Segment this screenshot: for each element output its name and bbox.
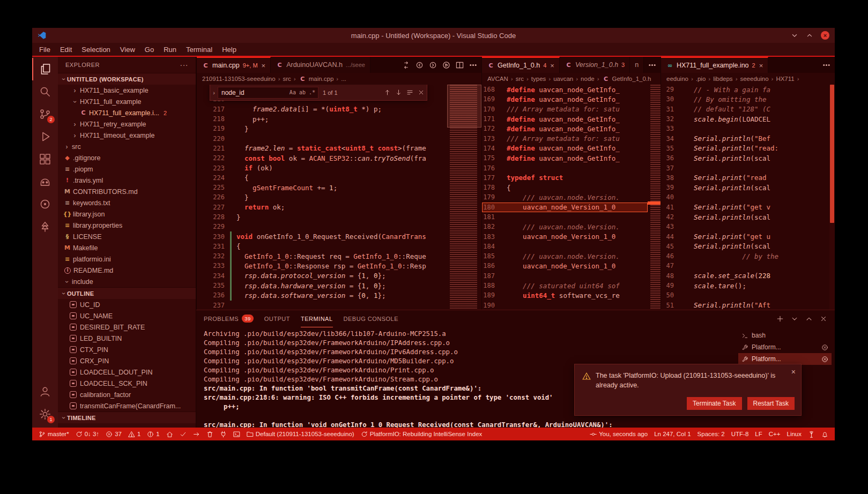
file-item[interactable]: ≡keywords.txt	[58, 197, 196, 208]
breadcrumb-item[interactable]: eeduino	[666, 76, 688, 82]
outline-item[interactable]: DESIRED_BIT_RATE	[58, 321, 196, 333]
breadcrumb-item[interactable]: libdeps	[713, 76, 732, 82]
breadcrumb-item[interactable]: HX711	[776, 76, 794, 82]
close-circle-icon[interactable]	[821, 356, 828, 363]
panel-tab-output[interactable]: OUTPUT	[264, 310, 290, 327]
file-item[interactable]: ›HX711_retry_example	[58, 118, 196, 130]
menu-terminal[interactable]: Terminal	[181, 43, 217, 56]
breadcrumb-item[interactable]: src	[516, 76, 524, 82]
status-git-sync[interactable]: 0↓ 3↑	[72, 428, 103, 440]
menu-edit[interactable]: Edit	[55, 43, 77, 56]
breadcrumb-item[interactable]: seeeduino	[740, 76, 768, 82]
menu-file[interactable]: File	[34, 43, 55, 56]
panel-close-button[interactable]	[820, 315, 827, 323]
match-case-toggle[interactable]: Aa	[288, 89, 298, 96]
close-icon[interactable]: ×	[791, 368, 796, 376]
status-pio-clean[interactable]	[203, 428, 217, 440]
status-pio-home[interactable]	[163, 428, 176, 440]
tab-Version_1_0.h[interactable]: CVersion_1_0.h3	[560, 57, 630, 73]
split-editor-button[interactable]	[456, 61, 464, 69]
more-button[interactable]	[648, 61, 656, 69]
tab-main.cpp[interactable]: Cmain.cpp9+, M×	[197, 57, 271, 73]
code-editor[interactable]: 168#define uavcan_node_GetInfo_169#defin…	[482, 85, 648, 310]
restart-task-button[interactable]: Restart Task	[747, 397, 795, 410]
minimap[interactable]	[648, 85, 661, 310]
outline-item[interactable]: LED_BUILTIN	[58, 333, 196, 344]
find-input[interactable]	[221, 89, 288, 96]
tab-n[interactable]: n	[630, 57, 644, 73]
breadcrumb-item[interactable]: Cmain.cpp	[299, 76, 334, 83]
close-find-button[interactable]	[418, 89, 425, 96]
outline-item[interactable]: LOADCELL_SCK_PIN	[58, 378, 196, 389]
file-item[interactable]: ›src	[58, 141, 196, 152]
circle-left-button[interactable]	[416, 61, 424, 69]
status-cursor-position[interactable]: Ln 247, Col 1	[651, 428, 694, 440]
activity-settings[interactable]: 1	[32, 403, 58, 425]
file-item[interactable]: ›include	[58, 276, 196, 287]
minimap-slider[interactable]	[447, 85, 481, 128]
status-pio-upload[interactable]	[190, 428, 203, 440]
file-item[interactable]: ◆.gitignore	[58, 152, 196, 163]
regex-toggle[interactable]: .*	[307, 89, 317, 96]
outline-item[interactable]: calibration_factor	[58, 389, 196, 400]
status-indentation[interactable]: Spaces: 2	[694, 428, 728, 440]
terminal-session[interactable]: bash	[738, 330, 832, 341]
file-item[interactable]: §LICENSE	[58, 231, 196, 242]
code-editor[interactable]: 29 // - With a gain fa30 // By omitting …	[661, 85, 829, 310]
minimize-button[interactable]	[791, 32, 798, 39]
file-item[interactable]: MMakefile	[58, 242, 196, 253]
file-item[interactable]: ›HX711_full_example	[58, 96, 196, 107]
close-session-button[interactable]	[821, 344, 828, 351]
breadcrumb-item[interactable]: ...	[341, 76, 346, 82]
next-match-button[interactable]	[395, 89, 402, 96]
breadcrumb-item[interactable]: AVCAN	[487, 76, 508, 82]
status-os[interactable]: Linux	[784, 428, 805, 440]
file-item[interactable]: ›HX711_timeout_example	[58, 130, 196, 141]
breadcrumb-item[interactable]: node	[581, 76, 595, 82]
close-session-button[interactable]	[821, 356, 828, 363]
status-eol[interactable]: LF	[752, 428, 765, 440]
status-pio-build[interactable]	[176, 428, 190, 440]
toggle-replace-icon[interactable]: ›	[210, 89, 218, 96]
play-circle-button[interactable]	[442, 61, 450, 69]
close-button[interactable]: ×	[821, 31, 829, 40]
status-commit-info[interactable]: You, seconds ago	[587, 428, 651, 440]
minimap[interactable]	[447, 85, 481, 310]
more-button[interactable]	[822, 61, 830, 69]
menu-run[interactable]: Run	[159, 43, 181, 56]
outline-item[interactable]: CRX_PIN	[58, 355, 196, 366]
previous-match-button[interactable]	[384, 89, 391, 96]
file-item[interactable]: CHX711_full_example.i...2	[58, 107, 196, 118]
activity-extensions[interactable]	[32, 148, 58, 170]
outline-item[interactable]: UC_ID	[58, 299, 196, 310]
close-icon[interactable]: ×	[550, 62, 554, 70]
tab-ArduinoUAVCAN.h[interactable]: CArduinoUAVCAN.h.../seee	[271, 57, 370, 73]
panel-tab-problems[interactable]: PROBLEMS39	[204, 310, 254, 327]
status-problems-info[interactable]: 1	[144, 428, 162, 440]
tab-GetInfo_1_0.h[interactable]: CGetInfo_1_0.h4×	[482, 57, 560, 73]
file-item[interactable]: ≡platformio.ini	[58, 253, 196, 265]
scrollbar-thumb[interactable]	[830, 85, 834, 223]
panel-tab-debug-console[interactable]: DEBUG CONSOLE	[344, 310, 398, 327]
breadcrumb-item[interactable]: uavcan	[553, 76, 573, 82]
outline-item[interactable]: UC_NAME	[58, 310, 196, 321]
status-encoding[interactable]: UTF-8	[728, 428, 752, 440]
terminate-task-button[interactable]: Terminate Task	[687, 397, 741, 410]
terminal-session[interactable]: Platform...	[738, 341, 832, 353]
status-pio-status[interactable]: PlatformIO: Rebuilding IntelliSense Inde…	[358, 428, 486, 440]
activity-account[interactable]	[32, 380, 58, 403]
menu-go[interactable]: Go	[140, 43, 159, 56]
tab-HX711_full_example.ino[interactable]: ∞HX711_full_example.ino2×	[661, 57, 768, 73]
menu-view[interactable]: View	[115, 43, 140, 56]
panel-tab-terminal[interactable]: TERMINAL	[301, 310, 333, 327]
breadcrumb-item[interactable]: 210911-131053-seeeduino	[202, 76, 276, 82]
close-icon[interactable]: ×	[759, 62, 763, 70]
scrollbar[interactable]	[829, 85, 835, 310]
status-problems-warnings[interactable]: 1	[125, 428, 144, 440]
panel-plus-button[interactable]	[776, 315, 784, 323]
workspace-section-header[interactable]: › UNTITLED (WORKSPACE)	[58, 73, 196, 85]
outline-item[interactable]: CTX_PIN	[58, 344, 196, 355]
file-item[interactable]: MCONTRIBUTORS.md	[58, 186, 196, 197]
status-language-mode[interactable]: C++	[766, 428, 784, 440]
breadcrumb-item[interactable]: types	[531, 76, 546, 82]
